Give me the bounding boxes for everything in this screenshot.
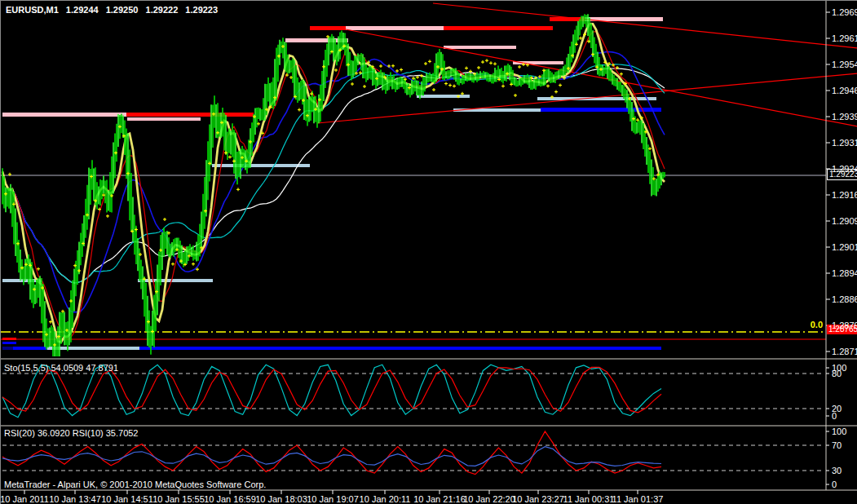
rsi-indicator-label: RSI(20) 36.0920 RSI(10) 35.7052 (4, 428, 139, 438)
fibo-zero-label: 0.0 (790, 320, 823, 329)
panel-frames (1, 1, 857, 494)
price-axis-label: 1.29390 (832, 112, 857, 122)
quote-open: 1.29244 (66, 5, 99, 15)
stochastic-panel (2, 365, 824, 418)
horizontal-lines (1, 175, 826, 339)
price-axis-label: 1.29240 (832, 164, 857, 174)
time-axis-label: 11 Jan 01:37 (603, 494, 672, 504)
rsi-scale-label: 100 (832, 427, 846, 436)
rsi-scale-label: 30 (832, 466, 842, 475)
mt4-chart-window: EURUSD,M1 1.29244 1.29250 1.29222 1.2922… (0, 0, 857, 504)
price-axis-label: 1.28865 (832, 294, 857, 304)
price-axis-label: 1.29165 (832, 190, 857, 200)
price-axis-label: 1.29315 (832, 138, 857, 148)
rsi-scale-label: 0 (832, 480, 837, 489)
price-axis-label: 1.29540 (832, 60, 857, 69)
price-axis-label: 1.29690 (832, 7, 857, 17)
stochastic-scale-label: 0 (832, 411, 837, 421)
stochastic-signal-line (2, 367, 661, 412)
quote-high: 1.29250 (106, 5, 139, 15)
stochastic-scale-label: 80 (832, 369, 842, 378)
stochastic-indicator-label: Sto(15,5,5) 54.0509 47.8791 (4, 363, 118, 373)
quote-close: 1.29223 (185, 5, 218, 15)
price-axis-label: 1.28715 (832, 347, 857, 356)
symbol-quote-line: EURUSD,M1 1.29244 1.29250 1.29222 1.2922… (6, 5, 223, 15)
price-axis-label: 1.29015 (832, 242, 857, 252)
quote-low: 1.29222 (146, 5, 179, 15)
price-axis-label: 1.29090 (832, 216, 857, 226)
rsi-scale-label: 70 (832, 440, 842, 450)
price-axis-label: 1.29615 (832, 33, 857, 43)
symbol-period-label: EURUSD,M1 (6, 5, 59, 15)
price-axis-label: 1.28790 (832, 321, 857, 330)
copyright-text: MetaTrader - Alpari UK, © 2001-2010 Meta… (4, 480, 266, 489)
price-axis-label: 1.28940 (832, 268, 857, 278)
price-axis-label: 1.29465 (832, 86, 857, 95)
